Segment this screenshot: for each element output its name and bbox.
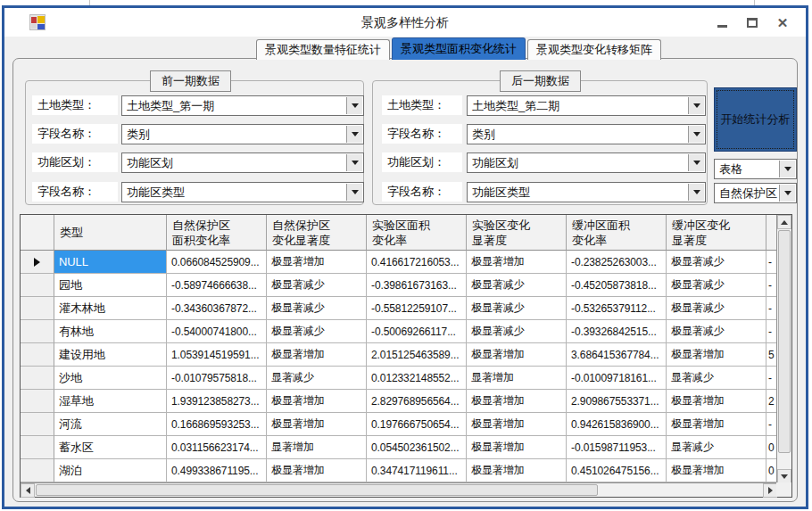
horizontal-scroll-thumb[interactable] bbox=[36, 484, 598, 496]
combo-zone-field-next[interactable]: 功能区类型 bbox=[467, 182, 706, 202]
cell-value[interactable]: 极显著增加 bbox=[467, 436, 567, 459]
cell-partial[interactable]: - bbox=[766, 297, 776, 320]
row-selector-cell[interactable] bbox=[21, 251, 54, 274]
chevron-down-icon[interactable] bbox=[779, 185, 795, 202]
combo-zoning-prev[interactable]: 功能区划 bbox=[121, 152, 364, 173]
cell-partial[interactable]: 0 bbox=[766, 459, 776, 482]
cell-value[interactable]: -0.01079575818... bbox=[167, 367, 267, 390]
vertical-scroll-thumb[interactable] bbox=[778, 230, 791, 453]
cell-partial[interactable]: - bbox=[766, 367, 776, 390]
row-selector-cell[interactable] bbox=[21, 436, 54, 459]
column-header[interactable]: 类型 bbox=[54, 215, 167, 251]
cell-value[interactable]: 极显著增加 bbox=[667, 343, 766, 367]
cell-type[interactable]: 湖泊 bbox=[54, 459, 167, 482]
cell-value[interactable]: 极显著减少 bbox=[667, 251, 766, 274]
combo-zone-type[interactable]: 自然保护区 bbox=[714, 183, 797, 203]
minimize-button[interactable] bbox=[713, 13, 731, 31]
cell-value[interactable]: -0.58974666638... bbox=[167, 274, 267, 297]
row-selector-cell[interactable] bbox=[21, 413, 54, 436]
row-selector-cell[interactable] bbox=[21, 320, 54, 343]
cell-value[interactable]: 极显著减少 bbox=[667, 320, 766, 343]
cell-value[interactable]: -0.53265379112... bbox=[567, 297, 667, 320]
cell-value[interactable]: 显著增加 bbox=[267, 436, 367, 459]
chevron-down-icon[interactable] bbox=[688, 154, 704, 171]
column-header[interactable]: 缓冲区面积 变化率 bbox=[567, 215, 667, 251]
cell-type[interactable]: 有林地 bbox=[54, 320, 167, 343]
cell-type[interactable]: 湿草地 bbox=[54, 390, 167, 413]
combo-land-type-prev[interactable]: 土地类型_第一期 bbox=[121, 95, 364, 116]
row-selector-cell[interactable] bbox=[21, 274, 54, 297]
chevron-down-icon[interactable] bbox=[346, 184, 362, 201]
cell-value[interactable]: 极显著增加 bbox=[467, 413, 567, 436]
cell-value[interactable]: 0.031156623174... bbox=[167, 436, 267, 459]
chevron-down-icon[interactable] bbox=[779, 161, 795, 177]
cell-value[interactable]: -0.34360367872... bbox=[167, 297, 267, 320]
cell-value[interactable]: 极显著增加 bbox=[267, 459, 367, 482]
cell-value[interactable]: 0.166869593253... bbox=[167, 413, 267, 436]
column-header[interactable]: 自然保护区 面积变化率 bbox=[167, 215, 267, 251]
cell-value[interactable]: 显著减少 bbox=[267, 367, 367, 390]
row-selector-cell[interactable] bbox=[21, 459, 54, 482]
cell-value[interactable]: 0.054502361502... bbox=[367, 436, 467, 459]
cell-value[interactable]: 0.451026475156... bbox=[567, 459, 667, 482]
chevron-down-icon[interactable] bbox=[346, 97, 362, 114]
cell-value[interactable]: -0.39861673163... bbox=[367, 274, 467, 297]
combo-output-type[interactable]: 表格 bbox=[714, 159, 797, 179]
tab-quantity-stats[interactable]: 景观类型数量特征统计 bbox=[256, 39, 390, 60]
row-selector-cell[interactable] bbox=[21, 367, 54, 390]
cell-value[interactable]: 1.053914519591... bbox=[167, 343, 267, 367]
cell-partial[interactable]: - bbox=[766, 274, 776, 297]
cell-value[interactable]: 极显著增加 bbox=[467, 390, 567, 413]
chevron-down-icon[interactable] bbox=[688, 126, 704, 143]
cell-value[interactable]: 2.015125463589... bbox=[367, 343, 467, 367]
cell-value[interactable]: -0.55812259107... bbox=[367, 297, 467, 320]
combo-land-type-next[interactable]: 土地类型_第二期 bbox=[467, 95, 706, 116]
cell-value[interactable]: 0.066084525909... bbox=[167, 251, 267, 274]
tab-area-change-stats[interactable]: 景观类型面积变化统计 bbox=[392, 37, 526, 60]
cell-partial[interactable]: 0 bbox=[766, 436, 776, 459]
cell-type[interactable]: 河流 bbox=[54, 413, 167, 436]
cell-value[interactable]: 极显著增加 bbox=[467, 459, 567, 482]
cell-value[interactable]: 极显著增加 bbox=[667, 459, 766, 482]
cell-value[interactable]: 0.197666750654... bbox=[367, 413, 467, 436]
chevron-down-icon[interactable] bbox=[688, 97, 704, 114]
cell-type[interactable]: NULL bbox=[54, 251, 167, 274]
close-button[interactable]: ✕ bbox=[774, 13, 791, 31]
cell-partial[interactable]: - bbox=[766, 413, 776, 436]
chevron-down-icon[interactable] bbox=[688, 184, 704, 201]
cell-value[interactable]: 3.686415367784... bbox=[567, 343, 667, 367]
cell-value[interactable]: 显著减少 bbox=[667, 367, 766, 390]
cell-type[interactable]: 沙地 bbox=[54, 367, 167, 390]
cell-value[interactable]: 极显著减少 bbox=[267, 274, 367, 297]
cell-value[interactable]: 极显著减少 bbox=[467, 274, 567, 297]
cell-partial[interactable]: - bbox=[766, 320, 776, 343]
cell-value[interactable]: 极显著增加 bbox=[267, 413, 367, 436]
cell-value[interactable]: 极显著增加 bbox=[267, 390, 367, 413]
cell-value[interactable]: -0.50069266117... bbox=[367, 320, 467, 343]
cell-type[interactable]: 园地 bbox=[54, 274, 167, 297]
tab-transfer-matrix[interactable]: 景观类型变化转移矩阵 bbox=[527, 39, 661, 60]
horizontal-scrollbar[interactable] bbox=[21, 482, 777, 497]
maximize-button[interactable] bbox=[743, 13, 761, 31]
cell-value[interactable]: 极显著减少 bbox=[467, 320, 567, 343]
cell-value[interactable]: -0.01598711953... bbox=[567, 436, 667, 459]
cell-value[interactable]: -0.01009718161... bbox=[567, 367, 667, 390]
cell-partial[interactable]: - bbox=[766, 251, 776, 274]
column-header[interactable]: 实验区变化 显著度 bbox=[467, 215, 567, 251]
cell-value[interactable]: 极显著减少 bbox=[467, 297, 567, 320]
cell-value[interactable]: -0.39326842515... bbox=[567, 320, 667, 343]
combo-zone-field-prev[interactable]: 功能区类型 bbox=[121, 182, 364, 202]
cell-value[interactable]: 极显著增加 bbox=[667, 413, 766, 436]
cell-value[interactable]: 0.416617216053... bbox=[367, 251, 467, 274]
cell-value[interactable]: 极显著增加 bbox=[267, 251, 367, 274]
cell-value[interactable]: 2.829768956564... bbox=[367, 390, 467, 413]
cell-value[interactable]: -0.45205873818... bbox=[567, 274, 667, 297]
cell-value[interactable]: 极显著增加 bbox=[467, 251, 567, 274]
scroll-up-button[interactable] bbox=[777, 215, 791, 229]
cell-partial[interactable]: 2 bbox=[766, 390, 776, 413]
column-header[interactable]: 自然保护区 变化显著度 bbox=[267, 215, 367, 251]
cell-value[interactable]: 2.909867553371... bbox=[567, 390, 667, 413]
cell-type[interactable]: 蓄水区 bbox=[54, 436, 167, 459]
cell-type[interactable]: 建设用地 bbox=[54, 343, 167, 367]
cell-partial[interactable]: 5 bbox=[766, 343, 776, 367]
